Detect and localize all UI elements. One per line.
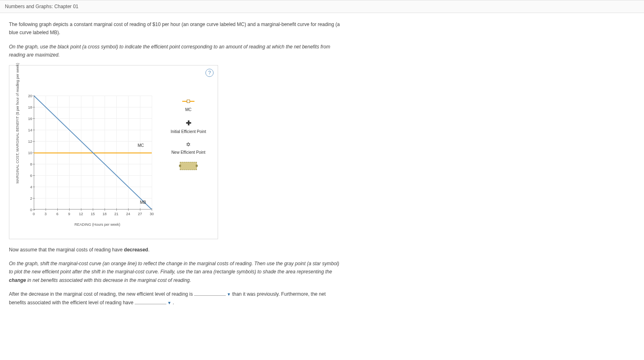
chevron-down-icon[interactable]: ▼ [167,301,171,305]
y-tick: 14 [26,128,32,132]
x-tick: 18 [101,212,108,216]
y-tick: 6 [26,174,32,178]
mid-paragraph-2: On the graph, shift the marginal-cost cu… [9,260,343,284]
palette-new-label: New Efficient Point [164,150,213,155]
page-title: Numbers and Graphs: Chapter 01 [5,4,79,9]
y-tick: 0 [26,208,32,212]
x-axis-label: READING (Hours per week) [74,223,120,227]
x-tick: 24 [124,212,132,216]
x-tick: 21 [113,212,120,216]
x-tick: 12 [77,212,85,216]
intro-paragraph-2: On the graph, use the black point (a cro… [9,43,343,59]
dropdown-blank-1[interactable] [194,295,226,296]
plus-icon: ✚ [164,119,213,127]
y-tick: 8 [26,162,32,166]
page-header: Numbers and Graphs: Chapter 01 [0,0,644,13]
x-tick: 27 [136,212,144,216]
y-tick: 2 [26,196,32,201]
y-tick: 12 [26,140,32,144]
palette-area[interactable] [164,162,213,171]
x-tick: 15 [89,212,96,216]
dropdown-blank-2[interactable] [135,304,166,304]
x-tick: 9 [65,212,73,216]
mb-curve [34,96,152,209]
palette-new-point[interactable]: ✡ New Efficient Point [164,141,213,155]
y-axis-label: MARGINAL COST, MARGINAL BENEFIT ($ per h… [15,63,20,183]
y-tick: 20 [26,94,32,98]
help-icon[interactable]: ? [205,69,214,77]
mc-handle-icon [182,101,194,102]
mid-paragraph-1: Now assume that the marginal costs of re… [9,246,343,254]
y-tick: 16 [26,117,32,121]
palette-initial-point[interactable]: ✚ Initial Efficient Point [164,119,213,134]
tool-palette: MC ✚ Initial Efficient Point ✡ New Effic… [164,96,213,178]
svg-line-0 [34,96,152,209]
x-tick: 3 [42,212,49,216]
question-paragraph: After the decrease in the marginal cost … [9,290,343,307]
y-tick: 4 [26,185,32,189]
x-tick: 6 [54,212,61,216]
x-tick: 0 [30,212,37,216]
palette-mc[interactable]: MC [164,99,213,112]
content: The following graph depicts a constant m… [0,13,587,320]
y-tick: 18 [26,105,32,109]
graph-panel: ? MARGINAL COST, MARGINAL BENEFIT ($ per… [9,65,218,239]
plot-area[interactable]: 20 18 16 14 12 10 8 6 4 2 0 0 3 6 9 12 1… [34,96,152,209]
chevron-down-icon[interactable]: ▼ [227,292,231,297]
x-tick: 30 [148,212,155,216]
rectangle-area-icon [180,162,197,170]
palette-mc-label: MC [164,107,213,112]
mb-line-label: MB [140,200,146,205]
star-icon: ✡ [164,141,213,148]
palette-initial-label: Initial Efficient Point [164,129,213,134]
y-tick: 10 [26,151,32,155]
intro-paragraph-1: The following graph depicts a constant m… [9,20,343,37]
